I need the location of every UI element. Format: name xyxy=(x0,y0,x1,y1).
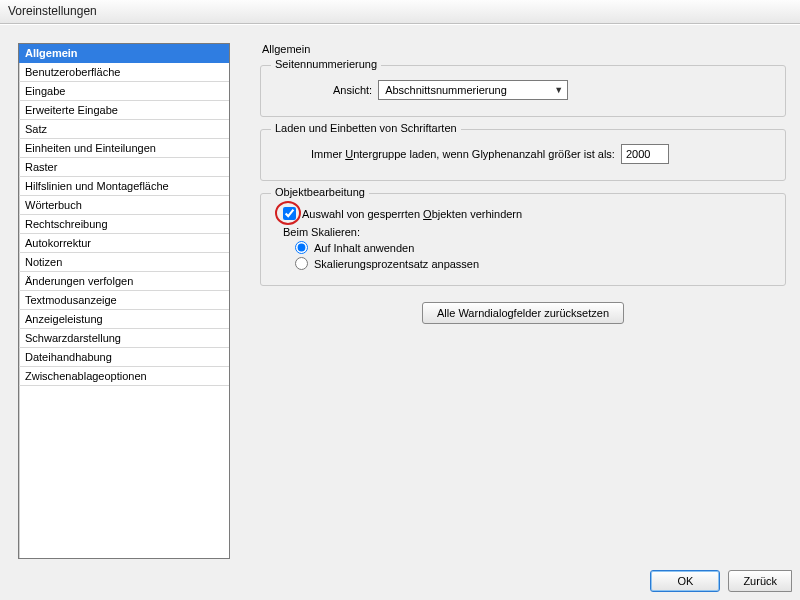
sidebar-item[interactable]: Wörterbuch xyxy=(19,196,229,215)
scaling-label: Beim Skalieren: xyxy=(283,226,773,238)
group-pagination: Seitennummerierung Ansicht: Abschnittsnu… xyxy=(260,65,786,117)
sidebar-item[interactable]: Allgemein xyxy=(19,44,229,63)
sidebar-item[interactable]: Textmodusanzeige xyxy=(19,291,229,310)
sidebar-item[interactable]: Zwischenablageoptionen xyxy=(19,367,229,386)
sidebar-item[interactable]: Raster xyxy=(19,158,229,177)
font-subset-threshold-input[interactable] xyxy=(621,144,669,164)
sidebar-item[interactable]: Benutzeroberfläche xyxy=(19,63,229,82)
sidebar-item[interactable]: Eingabe xyxy=(19,82,229,101)
sidebar-item[interactable]: Dateihandhabung xyxy=(19,348,229,367)
group-pagination-title: Seitennummerierung xyxy=(271,58,381,70)
window-titlebar: Voreinstellungen xyxy=(0,0,800,24)
scaling-adjust-percent-radio[interactable] xyxy=(295,257,308,270)
sidebar-item[interactable]: Satz xyxy=(19,120,229,139)
sidebar-item[interactable]: Einheiten und Einteilungen xyxy=(19,139,229,158)
sidebar-item[interactable]: Schwarzdarstellung xyxy=(19,329,229,348)
dialog-footer: OK Zurück xyxy=(650,570,792,592)
font-subset-label: Immer Untergruppe laden, wenn Glyphenanz… xyxy=(311,148,615,160)
group-object-editing-title: Objektbearbeitung xyxy=(271,186,369,198)
dialog-body: AllgemeinBenutzeroberflächeEingabeErweit… xyxy=(0,24,800,600)
window-title: Voreinstellungen xyxy=(8,4,97,18)
chevron-down-icon: ▼ xyxy=(554,85,563,95)
page-title: Allgemein xyxy=(256,43,790,55)
sidebar-item[interactable]: Anzeigeleistung xyxy=(19,310,229,329)
main-panel: Allgemein Seitennummerierung Ansicht: Ab… xyxy=(256,43,790,550)
sidebar-item[interactable]: Hilfslinien und Montagefläche xyxy=(19,177,229,196)
prevent-locked-selection-label: Auswahl von gesperrten Objekten verhinde… xyxy=(302,208,522,220)
scaling-apply-content-label: Auf Inhalt anwenden xyxy=(314,242,414,254)
view-dropdown-value: Abschnittsnummerierung xyxy=(385,84,507,96)
back-button[interactable]: Zurück xyxy=(728,570,792,592)
sidebar-item[interactable]: Änderungen verfolgen xyxy=(19,272,229,291)
reset-warnings-button[interactable]: Alle Warndialogfelder zurücksetzen xyxy=(422,302,624,324)
scaling-apply-content-radio[interactable] xyxy=(295,241,308,254)
scaling-adjust-percent-label: Skalierungsprozentsatz anpassen xyxy=(314,258,479,270)
category-sidebar: AllgemeinBenutzeroberflächeEingabeErweit… xyxy=(18,43,230,559)
prevent-locked-selection-checkbox[interactable] xyxy=(283,207,296,220)
sidebar-item[interactable]: Rechtschreibung xyxy=(19,215,229,234)
view-label: Ansicht: xyxy=(333,84,372,96)
sidebar-item[interactable]: Autokorrektur xyxy=(19,234,229,253)
group-font-loading: Laden und Einbetten von Schriftarten Imm… xyxy=(260,129,786,181)
sidebar-item[interactable]: Erweiterte Eingabe xyxy=(19,101,229,120)
view-dropdown[interactable]: Abschnittsnummerierung ▼ xyxy=(378,80,568,100)
ok-button[interactable]: OK xyxy=(650,570,720,592)
sidebar-item[interactable]: Notizen xyxy=(19,253,229,272)
group-object-editing: Objektbearbeitung Auswahl von gesperrten… xyxy=(260,193,786,286)
group-font-loading-title: Laden und Einbetten von Schriftarten xyxy=(271,122,461,134)
